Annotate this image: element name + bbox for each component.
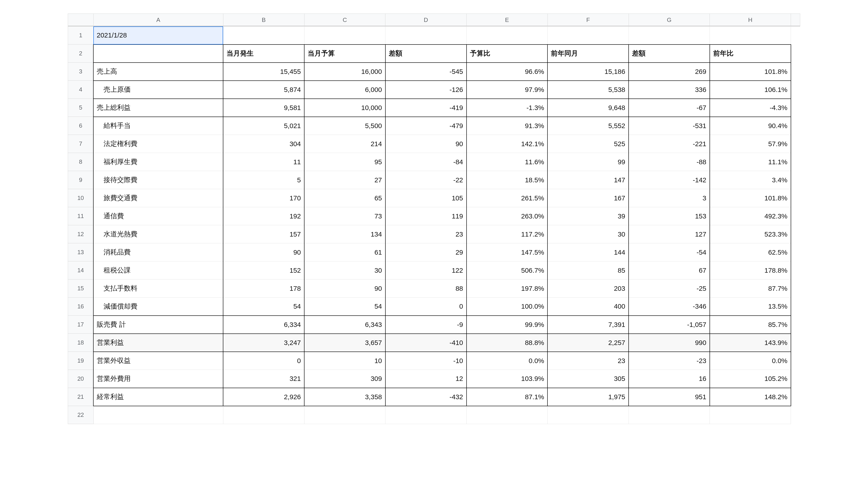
row-22[interactable]: 22 [68,406,800,424]
cell-d4[interactable]: -126 [385,80,467,99]
cell-f14[interactable]: 85 [548,261,629,280]
row-header-9[interactable]: 9 [68,171,94,189]
cell-c13[interactable]: 61 [304,243,385,261]
cell-d19[interactable]: -10 [385,352,467,370]
cell-f18[interactable]: 2,257 [548,334,629,352]
cell-a5-label[interactable]: 売上総利益 [93,99,223,117]
cell-d15[interactable]: 88 [385,280,467,297]
cell-g8[interactable]: -88 [629,153,710,171]
row-header-18[interactable]: 18 [68,334,94,352]
cell-a14-label[interactable]: 租税公課 [93,261,223,280]
cell-g10[interactable]: 3 [629,189,710,207]
cell-f16[interactable]: 400 [548,297,629,316]
row-header-11[interactable]: 11 [68,207,94,225]
cell-a9-label[interactable]: 接待交際費 [93,171,223,189]
cell-d13[interactable]: 29 [385,243,467,261]
cell-a3-label[interactable]: 売上高 [93,63,223,80]
row-header-3[interactable]: 3 [68,63,94,80]
cell-b14[interactable]: 152 [223,261,304,280]
cell-h15[interactable]: 87.7% [710,280,791,297]
cell-a15-label[interactable]: 支払手数料 [93,280,223,297]
cell-c21[interactable]: 3,358 [304,388,385,406]
cell-e2[interactable]: 予算比 [467,44,548,63]
cell-c17[interactable]: 6,343 [304,316,385,334]
cell-e9[interactable]: 18.5% [467,171,548,189]
cell-f22[interactable] [548,406,629,424]
cell-a6-label[interactable]: 給料手当 [93,117,223,135]
cell-b8[interactable]: 11 [223,153,304,171]
table-row[interactable]: 4 売上原価5,8746,000-12697.9%5,538336106.1% [68,80,800,99]
table-row[interactable]: 21経常利益2,9263,358-43287.1%1,975951148.2% [68,388,800,406]
column-header-e[interactable]: E [467,14,548,26]
cell-c1[interactable] [304,26,385,44]
cell-a7-label[interactable]: 法定権利費 [93,135,223,153]
table-row[interactable]: 11 通信費19273119263.0%39153492.3% [68,207,800,225]
cell-b2[interactable]: 当月発生 [223,44,304,63]
cell-d5[interactable]: -419 [385,99,467,117]
cell-c15[interactable]: 90 [304,280,385,297]
cell-h1[interactable] [710,26,791,44]
cell-d1[interactable] [385,26,467,44]
select-all-corner[interactable] [68,14,94,26]
cell-b9[interactable]: 5 [223,171,304,189]
cell-g11[interactable]: 153 [629,207,710,225]
cell-a21-label[interactable]: 経常利益 [93,388,223,406]
cell-b7[interactable]: 304 [223,135,304,153]
cell-f21[interactable]: 1,975 [548,388,629,406]
cell-b16[interactable]: 54 [223,297,304,316]
table-row[interactable]: 14 租税公課15230122506.7%8567178.8% [68,261,800,280]
cell-g21[interactable]: 951 [629,388,710,406]
cell-a1-date[interactable]: 2021/1/28 [93,26,223,44]
cell-h22[interactable] [710,406,791,424]
cell-d6[interactable]: -479 [385,117,467,135]
cell-h21[interactable]: 148.2% [710,388,791,406]
cell-e11[interactable]: 263.0% [467,207,548,225]
cell-d16[interactable]: 0 [385,297,467,316]
spreadsheet-grid[interactable]: A B C D E F G H 1 2021/1/28 2 当月発生 当月予算 … [68,13,800,424]
cell-b20[interactable]: 321 [223,370,304,388]
cell-e5[interactable]: -1.3% [467,99,548,117]
cell-d2[interactable]: 差額 [385,44,467,63]
cell-f1[interactable] [548,26,629,44]
cell-a2[interactable] [93,44,223,63]
row-header-17[interactable]: 17 [68,316,94,334]
cell-c2[interactable]: 当月予算 [304,44,385,63]
row-header-10[interactable]: 10 [68,189,94,207]
cell-g14[interactable]: 67 [629,261,710,280]
cell-b6[interactable]: 5,021 [223,117,304,135]
cell-d18[interactable]: -410 [385,334,467,352]
cell-f9[interactable]: 147 [548,171,629,189]
cell-h5[interactable]: -4.3% [710,99,791,117]
cell-d8[interactable]: -84 [385,153,467,171]
cell-c3[interactable]: 16,000 [304,63,385,80]
row-header-20[interactable]: 20 [68,370,94,388]
cell-e3[interactable]: 96.6% [467,63,548,80]
cell-c19[interactable]: 10 [304,352,385,370]
cell-g6[interactable]: -531 [629,117,710,135]
cell-h20[interactable]: 105.2% [710,370,791,388]
cell-d9[interactable]: -22 [385,171,467,189]
cell-f19[interactable]: 23 [548,352,629,370]
cell-b11[interactable]: 192 [223,207,304,225]
cell-c11[interactable]: 73 [304,207,385,225]
cell-a8-label[interactable]: 福利厚生費 [93,153,223,171]
cell-e8[interactable]: 11.6% [467,153,548,171]
cell-c6[interactable]: 5,500 [304,117,385,135]
column-header-g[interactable]: G [629,14,710,26]
cell-c16[interactable]: 54 [304,297,385,316]
cell-e19[interactable]: 0.0% [467,352,548,370]
cell-g22[interactable] [629,406,710,424]
cell-h14[interactable]: 178.8% [710,261,791,280]
cell-c22[interactable] [304,406,385,424]
cell-g3[interactable]: 269 [629,63,710,80]
cell-d10[interactable]: 105 [385,189,467,207]
column-header-d[interactable]: D [385,14,467,26]
cell-h4[interactable]: 106.1% [710,80,791,99]
cell-h8[interactable]: 11.1% [710,153,791,171]
cell-a17-label[interactable]: 販売費 計 [93,316,223,334]
cell-h9[interactable]: 3.4% [710,171,791,189]
cell-a16-label[interactable]: 減価償却費 [93,297,223,316]
cell-a20-label[interactable]: 営業外費用 [93,370,223,388]
cell-e22[interactable] [467,406,548,424]
cell-c14[interactable]: 30 [304,261,385,280]
